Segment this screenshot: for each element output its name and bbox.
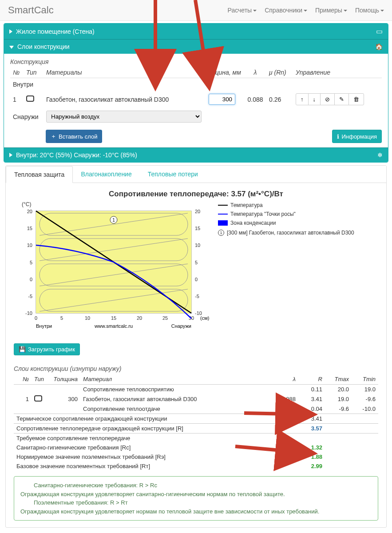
construction-table: № Тип Материалы Толщина, мм λ μ (Rп) Упр… xyxy=(10,67,382,125)
temperature-chart: 1 20 15 10 5 0 -5 -10 20 15 10 5 0 xyxy=(14,202,209,335)
table-row: Сопротивление теплопередаче ограждающей … xyxy=(14,424,378,434)
svg-text:Внутри: Внутри xyxy=(36,323,52,329)
info-icon: ℹ xyxy=(337,133,339,140)
layer-row: 1 Газобетон, газосиликат автоклавный D30… xyxy=(10,91,382,108)
caret-icon xyxy=(304,10,307,12)
svg-text:15: 15 xyxy=(195,226,200,231)
table-row: Нормируемое значение поэлементных требов… xyxy=(14,452,378,461)
tab-thermal[interactable]: Тепловая защита xyxy=(6,166,73,183)
svg-text:-10: -10 xyxy=(25,310,32,316)
table-row: Базовое значение поэлементных требований… xyxy=(14,461,378,471)
line-icon xyxy=(218,205,228,206)
svg-text:20: 20 xyxy=(195,209,200,214)
expand-icon xyxy=(9,29,12,34)
nav-examples[interactable]: Примеры xyxy=(315,7,347,14)
svg-text:-5: -5 xyxy=(28,294,32,299)
caret-icon xyxy=(253,10,257,12)
line-icon xyxy=(218,214,228,215)
download-chart-button[interactable]: 💾Загрузить график xyxy=(14,343,80,355)
delete-button[interactable]: 🗑 xyxy=(348,93,364,105)
apply-button[interactable]: ⊘ xyxy=(320,93,335,105)
move-down-button[interactable]: ↓ xyxy=(308,93,321,105)
layers-table-title: Слои конструкции (изнутри наружу) xyxy=(14,365,378,372)
thickness-input[interactable] xyxy=(209,94,235,105)
expand-icon xyxy=(9,153,12,157)
svg-text:20: 20 xyxy=(27,209,32,214)
layers-data-table: № Тип Толщина Материал λ R Tmax Tmin Соп… xyxy=(14,374,378,471)
brand[interactable]: SmartCalc xyxy=(8,4,54,16)
table-row: Сопротивление тепловосприятию 0.11 20.0 … xyxy=(14,385,378,394)
svg-text:1: 1 xyxy=(112,218,115,223)
bed-icon xyxy=(376,27,383,36)
panel-room-header[interactable]: Жилое помещение (Стена) xyxy=(4,24,388,39)
svg-text:(см): (см) xyxy=(200,315,209,321)
svg-text:10: 10 xyxy=(85,315,90,321)
svg-text:25: 25 xyxy=(162,315,168,321)
svg-text:-5: -5 xyxy=(195,294,199,299)
navbar: SmartCalc Расчеты Справочники Примеры По… xyxy=(0,0,392,21)
svg-text:0: 0 xyxy=(35,315,37,321)
svg-text:15: 15 xyxy=(111,315,116,321)
save-icon: 💾 xyxy=(19,346,26,353)
table-row: Санитарно-гигиенические требования [Rс] … xyxy=(14,443,378,452)
caret-icon xyxy=(344,10,347,12)
svg-text:www.smartcalc.ru: www.smartcalc.ru xyxy=(94,323,133,329)
svg-text:10: 10 xyxy=(195,243,200,248)
nav-help[interactable]: Помощь xyxy=(355,7,384,14)
table-row: Термическое сопротивление ограждающей ко… xyxy=(14,414,378,424)
material-name[interactable]: Газобетон, газосиликат автоклавный D300 xyxy=(44,91,200,108)
chart-legend: Температура Температура "Точки росы" Зон… xyxy=(218,202,354,239)
tab-loss[interactable]: Тепловые потери xyxy=(140,166,206,183)
plus-icon: ＋ xyxy=(51,132,56,140)
inside-label: Внутри xyxy=(10,78,382,91)
svg-text:15: 15 xyxy=(27,226,32,231)
layer-type-icon[interactable] xyxy=(26,95,34,102)
row-controls: ↑ ↓ ⊘ ✎ 🗑 xyxy=(296,93,364,105)
tab-moisture[interactable]: Влагонакопление xyxy=(73,166,139,183)
results-panel: Тепловая защита Влагонакопление Тепловые… xyxy=(5,165,387,528)
edit-button[interactable]: ✎ xyxy=(334,93,349,105)
outside-select[interactable]: Наружный воздух xyxy=(46,111,202,123)
tabs: Тепловая защита Влагонакопление Тепловые… xyxy=(6,166,386,183)
ok-alert: Санитарно-гигиенические требования: R > … xyxy=(14,476,378,521)
move-up-button[interactable]: ↑ xyxy=(296,93,309,105)
svg-text:5: 5 xyxy=(30,260,32,265)
nav-ref[interactable]: Справочники xyxy=(265,7,307,14)
collapse-icon xyxy=(9,46,14,49)
svg-text:Снаружи: Снаружи xyxy=(171,323,191,329)
svg-text:20: 20 xyxy=(137,315,142,321)
svg-text:5: 5 xyxy=(60,315,63,321)
svg-text:10: 10 xyxy=(27,243,32,248)
layer-marker-icon: 1 xyxy=(218,230,224,236)
caret-icon xyxy=(380,10,384,12)
insert-layer-button[interactable]: ＋Вставить слой xyxy=(46,130,102,143)
home-icon xyxy=(375,43,383,50)
svg-text:0: 0 xyxy=(30,277,32,282)
tab-thermal-content: Сопротивление теплопередаче: 3.57 (м²•°С… xyxy=(6,183,386,527)
construction-title: Конструкция xyxy=(10,58,382,65)
chart-title: Сопротивление теплопередаче: 3.57 (м²•°С… xyxy=(14,190,378,199)
panel-layers-header[interactable]: Слои конструкции xyxy=(4,39,388,54)
table-row: 1 300 Газобетон, газосиликат автоклавный… xyxy=(14,394,378,404)
svg-text:5: 5 xyxy=(195,260,198,265)
box-icon xyxy=(218,220,228,226)
main-nav: Расчеты Справочники Примеры Помощь xyxy=(228,7,384,14)
snowflake-icon xyxy=(377,151,383,159)
info-button[interactable]: ℹИнформация xyxy=(332,130,382,143)
panel-layers-body: Конструкция № Тип Материалы Толщина, мм … xyxy=(4,54,388,147)
panel-conditions-header[interactable]: Внутри: 20°C (55%) Снаружи: -10°C (85%) xyxy=(4,147,388,162)
nav-calc[interactable]: Расчеты xyxy=(228,7,257,14)
panel-room: Жилое помещение (Стена) Слои конструкции… xyxy=(4,23,388,163)
layer-type-icon xyxy=(34,395,42,402)
svg-text:0: 0 xyxy=(195,277,198,282)
table-row: Сопротивление теплоотдаче 0.04 -9.6 -10.… xyxy=(14,404,378,414)
